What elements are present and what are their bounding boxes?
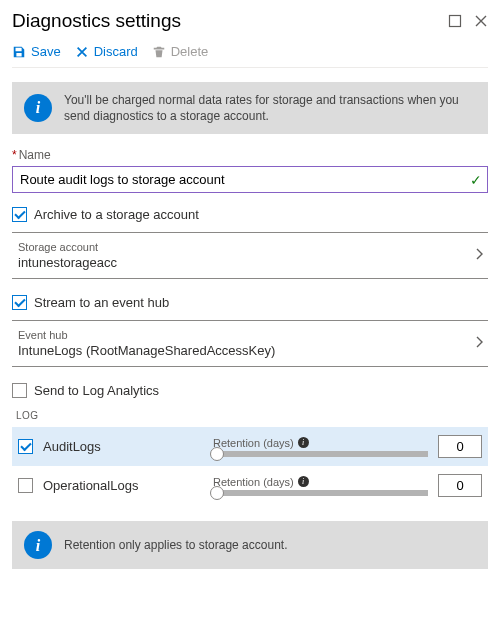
restore-window-icon[interactable]: [448, 14, 462, 28]
discard-icon: [75, 45, 89, 59]
archive-checkbox[interactable]: [12, 207, 27, 222]
delete-button: Delete: [152, 44, 209, 59]
log-row-operational[interactable]: OperationalLogs Retention (days) i: [12, 466, 488, 505]
retention-input-audit[interactable]: [438, 435, 482, 458]
info-banner-top: i You'll be charged normal data rates fo…: [12, 82, 488, 134]
discard-label: Discard: [94, 44, 138, 59]
info-banner-bottom-text: Retention only applies to storage accoun…: [64, 537, 287, 553]
info-banner-bottom: i Retention only applies to storage acco…: [12, 521, 488, 569]
stream-checkbox[interactable]: [12, 295, 27, 310]
info-banner-text: You'll be charged normal data rates for …: [64, 92, 476, 124]
retention-label: Retention (days) i: [213, 437, 428, 449]
event-hub-label: Event hub: [18, 329, 275, 341]
log-operational-checkbox[interactable]: [18, 478, 33, 493]
page-title: Diagnostics settings: [12, 10, 181, 32]
required-indicator: *: [12, 148, 17, 162]
storage-account-picker[interactable]: Storage account intunestorageacc: [12, 232, 488, 279]
delete-label: Delete: [171, 44, 209, 59]
log-section-heading: LOG: [16, 410, 488, 421]
discard-button[interactable]: Discard: [75, 44, 138, 59]
log-operational-name: OperationalLogs: [43, 478, 203, 493]
save-button[interactable]: Save: [12, 44, 61, 59]
info-icon[interactable]: i: [298, 476, 309, 487]
archive-checkbox-label: Archive to a storage account: [34, 207, 199, 222]
name-input[interactable]: [12, 166, 488, 193]
log-auditlogs-checkbox[interactable]: [18, 439, 33, 454]
chevron-right-icon: [474, 336, 486, 351]
info-icon: i: [24, 94, 52, 122]
info-icon[interactable]: i: [298, 437, 309, 448]
name-field-label: *Name: [12, 148, 488, 162]
retention-slider-audit[interactable]: [213, 451, 428, 457]
event-hub-value: IntuneLogs (RootManageSharedAccessKey): [18, 343, 275, 358]
event-hub-picker[interactable]: Event hub IntuneLogs (RootManageSharedAc…: [12, 320, 488, 367]
save-icon: [12, 45, 26, 59]
log-auditlogs-name: AuditLogs: [43, 439, 203, 454]
chevron-right-icon: [474, 248, 486, 263]
log-analytics-checkbox-label: Send to Log Analytics: [34, 383, 159, 398]
svg-rect-0: [450, 16, 461, 27]
log-row-audit[interactable]: AuditLogs Retention (days) i: [12, 427, 488, 466]
info-icon: i: [24, 531, 52, 559]
retention-slider-operational[interactable]: [213, 490, 428, 496]
delete-icon: [152, 45, 166, 59]
log-analytics-checkbox[interactable]: [12, 383, 27, 398]
retention-label: Retention (days) i: [213, 476, 428, 488]
command-bar: Save Discard Delete: [12, 38, 488, 68]
save-label: Save: [31, 44, 61, 59]
close-icon[interactable]: [474, 14, 488, 28]
storage-account-value: intunestorageacc: [18, 255, 117, 270]
stream-checkbox-label: Stream to an event hub: [34, 295, 169, 310]
retention-input-operational[interactable]: [438, 474, 482, 497]
storage-account-label: Storage account: [18, 241, 117, 253]
valid-check-icon: ✓: [470, 172, 482, 188]
